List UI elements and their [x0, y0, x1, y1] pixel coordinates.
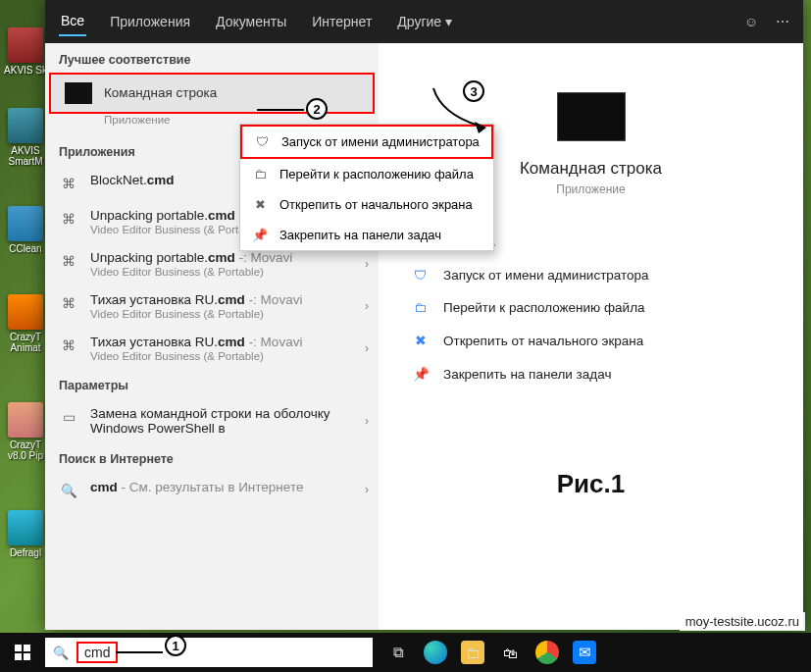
- store-icon[interactable]: 🛍: [498, 641, 522, 664]
- more-icon[interactable]: ⋯: [776, 14, 789, 29]
- tab-apps[interactable]: Приложения: [108, 8, 192, 35]
- start-button[interactable]: [0, 633, 45, 672]
- chrome-icon[interactable]: [535, 641, 559, 664]
- script-icon: ⌘: [59, 174, 78, 193]
- section-params: Параметры: [45, 369, 379, 398]
- context-menu: 🛡 Запуск от имени администратора 🗀 Перей…: [239, 124, 494, 251]
- unpin-icon: ✖: [412, 333, 430, 348]
- result-row-web[interactable]: 🔍 cmd - См. результаты в Интернете ›: [45, 472, 379, 507]
- tab-internet[interactable]: Интернет: [310, 8, 374, 35]
- search-flyout: Лучшее соответствие Командная строка При…: [45, 0, 803, 630]
- chevron-down-icon: ▾: [445, 14, 452, 29]
- desktop-icon[interactable]: CrazyT Animat: [2, 294, 49, 353]
- section-web: Поиск в Интернете: [45, 442, 379, 472]
- results-left-column: Лучшее соответствие Командная строка При…: [45, 0, 379, 630]
- action-unpin-start[interactable]: ✖Открепить от начального экрана: [408, 324, 774, 357]
- explorer-icon[interactable]: 🗀: [461, 641, 484, 664]
- search-icon: 🔍: [59, 481, 78, 500]
- folder-icon: 🗀: [412, 300, 430, 315]
- taskbar-search-box[interactable]: 🔍 cmd: [45, 638, 373, 667]
- desktop-icon[interactable]: Defragl: [2, 510, 49, 558]
- chevron-right-icon: ›: [365, 483, 369, 496]
- desktop-icon[interactable]: CrazyT v8.0 Pip: [2, 402, 49, 461]
- section-best-match: Лучшее соответствие: [45, 43, 379, 73]
- action-pin-taskbar[interactable]: 📌Закрепить на панели задач: [408, 357, 774, 390]
- menu-unpin-start[interactable]: ✖ Открепить от начального экрана: [240, 189, 493, 220]
- script-icon: ⌘: [59, 209, 78, 229]
- shield-icon: 🛡: [412, 268, 430, 283]
- tab-all[interactable]: Все: [59, 7, 86, 36]
- feedback-icon[interactable]: ☺︎: [744, 14, 758, 29]
- menu-pin-taskbar[interactable]: 📌 Закрепить на панели задач: [240, 220, 493, 250]
- search-tabs-bar: Все Приложения Документы Интернет Другие…: [45, 0, 803, 43]
- folder-icon: 🗀: [252, 167, 268, 181]
- edge-icon[interactable]: [424, 641, 447, 664]
- tab-other[interactable]: Другие ▾: [395, 8, 454, 35]
- settings-icon: ▭: [59, 407, 78, 427]
- desktop-icon[interactable]: AKVIS SmartM: [2, 108, 49, 167]
- script-icon: ⌘: [59, 293, 78, 313]
- annotation-badge-1: 1: [165, 635, 186, 656]
- annotation-badge-2: 2: [306, 98, 328, 120]
- desktop-icon[interactable]: CClean: [2, 206, 49, 254]
- desktop-icon[interactable]: AKVIS Sk: [2, 27, 49, 76]
- script-icon: ⌘: [59, 251, 78, 271]
- menu-open-location[interactable]: 🗀 Перейти к расположению файла: [240, 159, 493, 189]
- source-url-watermark: moy-testsite.ucoz.ru: [680, 612, 805, 631]
- chevron-right-icon: ›: [365, 341, 369, 355]
- chevron-right-icon: ›: [365, 299, 369, 313]
- menu-run-admin[interactable]: 🛡 Запуск от имени администратора: [240, 125, 493, 159]
- task-view-icon[interactable]: ⧉: [386, 641, 410, 664]
- shield-icon: 🛡: [254, 134, 270, 149]
- preview-thumbnail: [557, 92, 626, 141]
- tab-documents[interactable]: Документы: [214, 8, 288, 35]
- chevron-right-icon: ›: [365, 257, 369, 271]
- search-icon: 🔍: [53, 646, 69, 660]
- chevron-right-icon: ›: [365, 414, 369, 428]
- annotation-badge-3: 3: [463, 80, 484, 102]
- result-row[interactable]: ⌘ Тихая установка RU.cmd -: Movavi Video…: [45, 327, 379, 369]
- search-query-text[interactable]: cmd: [76, 642, 118, 663]
- result-row-settings[interactable]: ▭ Замена командной строки на оболочку Wi…: [45, 398, 379, 442]
- pin-icon: 📌: [252, 228, 268, 242]
- windows-logo-icon: [15, 645, 30, 660]
- action-open-location[interactable]: 🗀Перейти к расположению файла: [408, 291, 774, 324]
- unpin-icon: ✖: [252, 197, 268, 212]
- result-row[interactable]: ⌘ Тихая установка RU.cmd -: Movavi Video…: [45, 284, 379, 327]
- pin-icon: 📌: [412, 366, 430, 382]
- script-icon: ⌘: [59, 336, 78, 355]
- action-run-admin[interactable]: 🛡Запуск от имени администратора: [408, 259, 774, 291]
- figure-label: Рис.1: [398, 469, 784, 499]
- cmd-thumb-icon: [65, 82, 92, 104]
- best-match-title: Командная строка: [104, 85, 217, 101]
- mail-icon[interactable]: ✉: [573, 641, 596, 664]
